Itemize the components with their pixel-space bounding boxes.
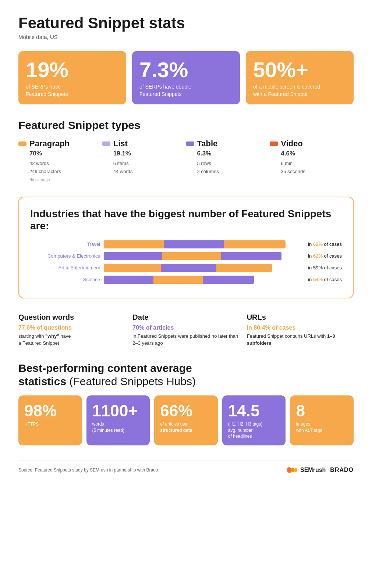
industries-box: Industries that have the biggest number … — [18, 197, 354, 298]
snippet-types-list: Paragraph 70% 42 words249 characters *in… — [18, 139, 354, 182]
stat-number-serps-fs: 19% — [26, 59, 119, 80]
page-title: Featured Snippet stats — [18, 15, 354, 32]
best-card-headlines: 14.5 (H1, H2, H3 tags)avg. numberof head… — [222, 395, 286, 445]
page-subtitle: Mobile data, US — [18, 34, 354, 40]
stat-number-double-fs: 7.3% — [139, 59, 233, 80]
list-name: List — [113, 139, 128, 148]
industry-row-computers: Computers & Electronics in 62% of cases — [30, 252, 342, 260]
industry-bar-travel-wrap — [104, 240, 301, 248]
best-card-structured: 66% of articles usestructured data — [154, 395, 218, 445]
top-stat-cards: 19% of SERPs haveFeatured Snippets 7.3% … — [18, 51, 354, 104]
questions-body: starting with "why" havea Featured Snipp… — [18, 333, 125, 347]
industry-label-art: Art & Entertainment — [30, 265, 100, 270]
industry-row-art: Art & Entertainment in 59% of cases — [30, 264, 342, 272]
video-dot — [270, 141, 278, 146]
snippet-types-title: Featured Snippet types — [18, 119, 354, 132]
table-name: Table — [197, 139, 218, 148]
stat-label-mobile-screen: of a mobile screen is coveredwith a Feat… — [253, 83, 346, 98]
stat-label-serps-fs: of SERPs haveFeatured Snippets — [26, 83, 119, 98]
middle-stat-urls: URLs In 80.4% of cases Featured Snippet … — [247, 313, 354, 347]
stat-card-serps-fs: 19% of SERPs haveFeatured Snippets — [18, 51, 126, 104]
industry-bar-computers-wrap — [104, 252, 301, 260]
industry-label-computers: Computers & Electronics — [30, 253, 100, 259]
stat-label-double-fs: of SERPs have doubleFeatured Snippets — [139, 83, 233, 98]
date-body: in Featured Snippets were published no l… — [132, 333, 239, 347]
industry-label-travel: Travel — [30, 241, 100, 247]
svg-point-2 — [294, 468, 297, 472]
best-label-images: imageswith ALT tags — [296, 421, 348, 434]
paragraph-details: 42 words249 characters — [18, 159, 99, 176]
semrush-logo: SEMrush — [286, 466, 326, 474]
industries-title: Industries that have the biggest number … — [30, 208, 342, 232]
semrush-icon — [286, 466, 298, 474]
best-card-images: 8 imageswith ALT tags — [290, 395, 354, 445]
industry-bar-art-wrap — [104, 264, 301, 272]
list-details: 6 items44 words — [102, 159, 183, 176]
video-pct: 4.6% — [270, 150, 350, 157]
snippet-type-paragraph: Paragraph 70% 42 words249 characters *in… — [18, 139, 102, 182]
best-section-title: Best-performing content averagestatistic… — [18, 362, 354, 388]
list-pct: 19.1% — [102, 150, 183, 157]
best-label-https: HTTPS — [24, 421, 76, 427]
best-label-structured: of articles usestructured data — [160, 421, 212, 434]
best-number-structured: 66% — [160, 403, 212, 419]
best-number-https: 98% — [24, 403, 76, 419]
paragraph-name: Paragraph — [29, 139, 70, 148]
best-stat-cards: 98% HTTPS 1100+ words(5 minutes read) 66… — [18, 395, 354, 445]
best-label-words: words(5 minutes read) — [92, 421, 144, 434]
questions-title: Question words — [18, 313, 125, 322]
industry-pct-art: in 59% of cases — [308, 265, 342, 270]
date-highlight: 70% of articles — [132, 325, 239, 331]
industry-bar-computers — [104, 252, 281, 260]
questions-highlight: 77.6% of questions — [18, 325, 125, 331]
list-dot — [102, 141, 110, 146]
best-number-words: 1100+ — [92, 403, 144, 419]
footer-source: Source: Featured Snippets study by SEMru… — [18, 467, 158, 473]
brado-logo: BRADO — [330, 467, 354, 473]
table-details: 5 rows2 columns — [186, 159, 266, 176]
stat-number-mobile-screen: 50%+ — [253, 59, 346, 80]
best-number-images: 8 — [296, 403, 348, 419]
middle-stats-row: Question words 77.6% of questions starti… — [18, 313, 354, 347]
table-pct: 6.3% — [186, 150, 266, 157]
industry-pct-science: in 54% of cases — [308, 277, 342, 282]
best-card-https: 98% HTTPS — [18, 395, 82, 445]
footer: Source: Featured Snippets study by SEMru… — [18, 460, 354, 474]
industry-row-travel: Travel in 62% of cases — [30, 240, 342, 248]
snippet-type-table: Table 6.3% 5 rows2 columns — [186, 139, 270, 182]
best-section-subtitle: (Featured Snippets Hubs) — [69, 375, 196, 387]
paragraph-dot — [18, 141, 26, 146]
semrush-text: SEMrush — [300, 467, 326, 473]
best-card-words: 1100+ words(5 minutes read) — [86, 395, 150, 445]
industry-bar-science — [104, 276, 254, 284]
industry-pct-travel: in 62% of cases — [308, 241, 342, 247]
industry-bar-art — [104, 264, 272, 272]
urls-body: Featured Snippet contains URLs with 1–3 … — [247, 333, 354, 347]
industry-bar-science-wrap — [104, 276, 301, 284]
stat-card-mobile-screen: 50%+ of a mobile screen is coveredwith a… — [246, 51, 354, 104]
industry-bar-travel — [104, 240, 286, 248]
footer-logos: SEMrush BRADO — [286, 466, 354, 474]
industry-label-science: Science — [30, 277, 100, 282]
urls-highlight: In 80.4% of cases — [247, 325, 354, 331]
snippet-type-list: List 19.1% 6 items44 words — [102, 139, 186, 182]
best-label-headlines: (H1, H2, H3 tags)avg. numberof headlines — [228, 421, 280, 440]
stat-card-double-fs: 7.3% of SERPs have doubleFeatured Snippe… — [132, 51, 240, 104]
video-name: Video — [281, 139, 303, 148]
middle-stat-date: Date 70% of articles in Featured Snippet… — [132, 313, 239, 347]
date-title: Date — [132, 313, 239, 322]
video-details: 6 min35 seconds — [270, 159, 350, 176]
best-number-headlines: 14.5 — [228, 403, 280, 419]
table-dot — [186, 141, 194, 146]
industry-pct-computers: in 62% of cases — [308, 253, 342, 259]
urls-title: URLs — [247, 313, 354, 322]
paragraph-note: *in average — [18, 178, 99, 182]
snippet-type-video: Video 4.6% 6 min35 seconds — [270, 139, 354, 182]
industry-row-science: Science in 54% of cases — [30, 276, 342, 284]
paragraph-pct: 70% — [18, 150, 99, 157]
middle-stat-questions: Question words 77.6% of questions starti… — [18, 313, 125, 347]
